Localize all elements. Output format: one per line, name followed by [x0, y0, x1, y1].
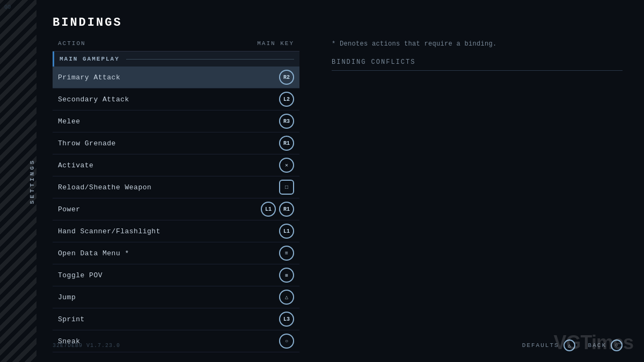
binding-row[interactable]: Activate✕ [53, 154, 299, 176]
binding-row[interactable]: MeleeR3 [53, 110, 299, 132]
key-badge: R2 [279, 70, 294, 85]
section-header-line [126, 59, 294, 60]
key-badge: ≡ [279, 246, 294, 261]
key-badge: L3 [279, 312, 294, 327]
binding-row[interactable]: Hand Scanner/FlashlightL1 [53, 220, 299, 242]
key-badges: L3 [279, 312, 294, 327]
action-name: Activate [58, 161, 93, 169]
binding-conflicts-label: BINDING CONFLICTS [332, 58, 623, 66]
version-text: 32E7DEB9 V1.7.23.0 [53, 343, 120, 349]
action-name: Open Data Menu * [58, 249, 129, 257]
key-badge: ✕ [279, 158, 294, 173]
key-badges: R1 [279, 136, 294, 151]
key-badge: ⊞ [279, 268, 294, 283]
key-badge: △ [279, 290, 294, 305]
bindings-list: Primary AttackR2Secondary AttackL2MeleeR… [53, 67, 299, 352]
action-name: Throw Grenade [58, 139, 116, 147]
action-name: Hand Scanner/Flashlight [58, 227, 160, 235]
action-name: Sprint [58, 315, 85, 323]
settings-label: SETTINGS [29, 158, 35, 204]
key-badges: R3 [279, 114, 294, 129]
key-badge: L2 [279, 92, 294, 107]
binding-row[interactable]: Open Data Menu *≡ [53, 242, 299, 264]
main-content: BINDINGS ACTION MAIN KEY MAIN GAMEPLAY P… [36, 0, 644, 362]
binding-conflicts-line [332, 70, 623, 71]
binding-row[interactable]: PowerL1R1 [53, 198, 299, 220]
key-badge: R1 [279, 202, 294, 217]
bindings-panel: ACTION MAIN KEY MAIN GAMEPLAY Primary At… [53, 40, 299, 352]
col-action-header: ACTION [58, 40, 86, 47]
bottom-bar: 32E7DEB9 V1.7.23.0 DEFAULTS△BACK○ [36, 339, 644, 351]
key-badges: △ [279, 290, 294, 305]
key-badges: L1 [279, 224, 294, 239]
key-badge: L1 [261, 202, 276, 217]
key-badges: □ [279, 180, 294, 195]
binding-row[interactable]: Jump△ [53, 286, 299, 308]
key-badges: L1R1 [261, 202, 294, 217]
action-name: Toggle POV [58, 271, 103, 279]
key-badge: R3 [279, 114, 294, 129]
key-badges: ✕ [279, 158, 294, 173]
section-header-text: MAIN GAMEPLAY [60, 56, 120, 62]
binding-row[interactable]: SprintL3 [53, 308, 299, 330]
binding-row[interactable]: Throw GrenadeR1 [53, 132, 299, 154]
key-badges: L2 [279, 92, 294, 107]
action-name: Secondary Attack [58, 95, 129, 104]
section-header: MAIN GAMEPLAY [53, 51, 299, 67]
col-headers: ACTION MAIN KEY [53, 40, 299, 51]
key-badges: ≡ [279, 246, 294, 261]
col-mainkey-header: MAIN KEY [257, 40, 294, 47]
action-name: Primary Attack [58, 73, 120, 82]
vgtimes-watermark: VGTimes [554, 331, 633, 354]
binding-row[interactable]: Toggle POV⊞ [53, 264, 299, 286]
key-badge: R1 [279, 136, 294, 151]
binding-row[interactable]: Secondary AttackL2 [53, 88, 299, 110]
action-name: Jump [58, 293, 76, 301]
action-name: Power [58, 205, 80, 213]
key-badge: □ [279, 180, 294, 195]
bindings-container: ACTION MAIN KEY MAIN GAMEPLAY Primary At… [53, 40, 623, 352]
info-panel: * Denotes actions that require a binding… [321, 40, 623, 352]
key-badge: L1 [279, 224, 294, 239]
corner-marker: GO [4, 4, 11, 10]
binding-row[interactable]: Reload/Sheathe Weapon□ [53, 176, 299, 198]
key-badges: R2 [279, 70, 294, 85]
page-title: BINDINGS [53, 16, 623, 29]
binding-row[interactable]: Primary AttackR2 [53, 67, 299, 88]
action-name: Melee [58, 117, 80, 125]
action-name: Reload/Sheathe Weapon [58, 183, 151, 191]
denotes-text: * Denotes actions that require a binding… [332, 40, 623, 48]
key-badges: ⊞ [279, 268, 294, 283]
